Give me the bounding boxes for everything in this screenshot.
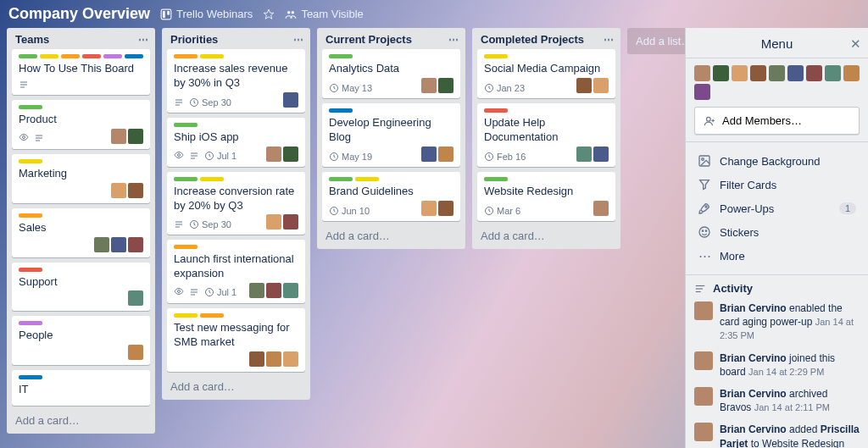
add-card-button[interactable]: Add a card…	[162, 373, 310, 400]
menu-item-ellipsis[interactable]: ⋯More	[694, 244, 860, 268]
avatar[interactable]	[283, 92, 298, 108]
avatar[interactable]	[694, 351, 713, 370]
list-title[interactable]: Priorities	[170, 33, 218, 46]
card[interactable]: Update Help DocumentationFeb 16	[477, 103, 615, 167]
list-menu-icon[interactable]: ⋯	[604, 34, 614, 46]
card[interactable]: Increase conversion rate by 20% by Q3Sep…	[167, 172, 305, 235]
visibility-button[interactable]: Team Visible	[285, 8, 363, 20]
card[interactable]: Develop Engineering BlogMay 19	[322, 103, 460, 167]
card[interactable]: Increase sales revenue by 30% in Q3Sep 3…	[167, 49, 305, 113]
card[interactable]: Brand GuidelinesJun 10	[322, 172, 460, 221]
avatar[interactable]	[128, 183, 143, 198]
avatar[interactable]	[266, 351, 281, 367]
label-yellow	[19, 159, 42, 163]
add-card-button[interactable]: Add a card…	[472, 223, 620, 249]
card[interactable]: Support	[12, 263, 150, 312]
card[interactable]: Ship iOS appJul 1	[167, 118, 305, 167]
description-icon	[34, 133, 44, 143]
avatar[interactable]	[128, 345, 143, 360]
lists-container: Teams ⋯ How To Use This BoardProductMark…	[0, 28, 685, 448]
webinars-link[interactable]: Trello Webinars	[160, 8, 253, 20]
avatar[interactable]	[787, 65, 804, 81]
avatar[interactable]	[694, 423, 713, 441]
card[interactable]: Analytics DataMay 13	[322, 49, 460, 98]
card[interactable]: Launch first international expansionJul …	[167, 240, 305, 303]
avatar[interactable]	[750, 65, 766, 81]
list-menu-icon[interactable]: ⋯	[293, 34, 303, 46]
avatar[interactable]	[713, 65, 729, 81]
avatar[interactable]	[694, 301, 713, 320]
card-labels	[19, 159, 143, 163]
card[interactable]: Marketing	[12, 154, 150, 203]
star-button[interactable]	[263, 8, 275, 20]
avatar[interactable]	[732, 65, 748, 81]
list-menu-icon[interactable]: ⋯	[448, 34, 459, 46]
avatar[interactable]	[111, 129, 126, 144]
card-title: Increase sales revenue by 30% in Q3	[174, 62, 298, 91]
avatar[interactable]	[593, 201, 609, 216]
list-title[interactable]: Current Projects	[326, 33, 412, 46]
list-menu-icon[interactable]: ⋯	[138, 34, 148, 46]
avatar[interactable]	[249, 283, 264, 298]
avatar[interactable]	[694, 84, 710, 100]
avatar[interactable]	[438, 201, 453, 216]
avatar[interactable]	[266, 214, 281, 230]
card[interactable]: IT	[12, 370, 150, 406]
menu-item-sticker[interactable]: Stickers	[694, 220, 860, 244]
board-title[interactable]: Company Overview	[8, 5, 150, 23]
avatar[interactable]	[576, 147, 592, 162]
avatar[interactable]	[266, 147, 281, 162]
avatar[interactable]	[283, 214, 298, 230]
avatar[interactable]	[825, 65, 841, 81]
avatar[interactable]	[421, 201, 437, 216]
card[interactable]: Website RedesignMar 6	[477, 172, 615, 221]
avatar[interactable]	[128, 290, 143, 306]
avatar[interactable]	[128, 129, 143, 144]
avatar[interactable]	[769, 65, 785, 81]
avatar[interactable]	[576, 78, 592, 93]
card[interactable]: Test new messaging for SMB market	[167, 308, 305, 372]
avatar[interactable]	[806, 65, 822, 81]
avatar[interactable]	[94, 237, 109, 252]
avatar[interactable]	[283, 351, 298, 367]
menu-item-filter[interactable]: Filter Cards	[694, 173, 860, 196]
add-card-button[interactable]: Add a card…	[7, 407, 155, 434]
avatar[interactable]	[438, 78, 453, 93]
avatar[interactable]	[843, 65, 860, 81]
label-green	[19, 54, 37, 58]
avatar[interactable]	[694, 65, 710, 81]
avatar[interactable]	[593, 147, 609, 162]
card[interactable]: Social Media CampaignJan 23	[477, 49, 615, 98]
avatar[interactable]	[421, 147, 437, 162]
label-green	[174, 123, 198, 127]
activity-link[interactable]: Website Redesign	[762, 438, 844, 449]
avatar[interactable]	[111, 183, 126, 198]
avatar[interactable]	[111, 237, 126, 252]
card[interactable]: Product	[12, 100, 150, 149]
add-list-button[interactable]: Add a list…	[627, 28, 685, 54]
card-badges: Jun 10	[329, 206, 370, 216]
avatar[interactable]	[438, 147, 453, 162]
list-title[interactable]: Completed Projects	[481, 33, 584, 46]
label-blue	[329, 108, 353, 113]
avatar[interactable]	[249, 351, 264, 367]
avatar[interactable]	[593, 78, 609, 93]
card-title: Ship iOS app	[174, 130, 298, 145]
card[interactable]: People	[12, 316, 150, 365]
add-card-button[interactable]: Add a card…	[317, 223, 465, 249]
avatar[interactable]	[421, 78, 437, 93]
card[interactable]: Sales	[12, 208, 150, 257]
card[interactable]: How To Use This Board	[12, 49, 150, 95]
due-date-badge: Jun 10	[329, 206, 370, 216]
avatar[interactable]	[266, 283, 281, 298]
avatar[interactable]	[283, 147, 298, 162]
list-title[interactable]: Teams	[15, 33, 49, 46]
avatar[interactable]	[283, 283, 298, 298]
avatar[interactable]	[128, 237, 143, 252]
svg-point-42	[705, 206, 707, 207]
avatar[interactable]	[694, 387, 713, 406]
menu-item-rocket[interactable]: Power-Ups1	[694, 196, 860, 220]
add-members-button[interactable]: Add Members…	[694, 107, 860, 135]
close-icon[interactable]: ✕	[850, 36, 861, 52]
menu-item-image[interactable]: Change Background	[694, 149, 860, 173]
